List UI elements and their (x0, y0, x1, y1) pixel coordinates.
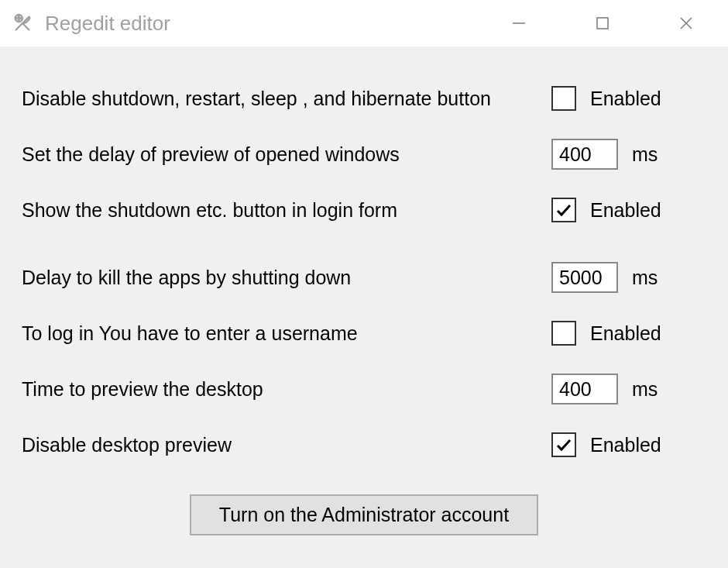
app-icon (11, 12, 34, 35)
setting-row: Time to preview the desktop ms (22, 361, 706, 417)
titlebar: Regedit editor (0, 0, 728, 47)
enabled-label: Enabled (590, 199, 661, 222)
setting-label: Disable shutdown, restart, sleep , and h… (22, 88, 551, 110)
setting-label: Disable desktop preview (22, 434, 551, 456)
minimize-icon (510, 15, 527, 32)
setting-row: Set the delay of preview of opened windo… (22, 126, 706, 182)
desktop-preview-time-input[interactable] (551, 374, 618, 404)
setting-control: Enabled (551, 198, 706, 222)
setting-row: Delay to kill the apps by shutting down … (22, 250, 706, 305)
setting-row: Disable shutdown, restart, sleep , and h… (22, 71, 706, 126)
require-username-checkbox[interactable] (551, 321, 576, 346)
window-controls (477, 0, 728, 46)
maximize-button[interactable] (561, 0, 644, 46)
minimize-button[interactable] (477, 0, 561, 46)
enabled-label: Enabled (590, 322, 661, 345)
kill-apps-delay-input[interactable] (551, 262, 618, 293)
disable-shutdown-checkbox[interactable] (551, 86, 576, 111)
app-window: Regedit editor Disable shu (0, 0, 728, 568)
unit-label: ms (632, 267, 658, 289)
window-title: Regedit editor (45, 12, 477, 36)
unit-label: ms (632, 143, 658, 166)
enabled-label: Enabled (590, 434, 661, 456)
svg-rect-2 (597, 18, 608, 29)
setting-control: Enabled (551, 321, 706, 346)
setting-label: Time to preview the desktop (22, 378, 551, 401)
disable-desktop-preview-checkbox[interactable] (551, 432, 576, 457)
check-icon (555, 201, 573, 219)
setting-row: Disable desktop preview Enabled (22, 417, 706, 473)
close-button[interactable] (644, 0, 728, 46)
setting-label: Delay to kill the apps by shutting down (22, 267, 551, 289)
enabled-label: Enabled (590, 88, 661, 110)
show-shutdown-login-checkbox[interactable] (551, 198, 576, 222)
setting-label: Set the delay of preview of opened windo… (22, 143, 551, 166)
setting-label: Show the shutdown etc. button in login f… (22, 199, 551, 222)
preview-delay-input[interactable] (551, 139, 618, 170)
setting-control: Enabled (551, 432, 706, 457)
setting-row: To log in You have to enter a username E… (22, 305, 706, 361)
maximize-icon (594, 15, 611, 32)
check-icon (555, 435, 573, 454)
setting-row: Show the shutdown etc. button in login f… (22, 182, 706, 238)
setting-control: Enabled (551, 86, 706, 111)
content-area: Disable shutdown, restart, sleep , and h… (0, 47, 728, 568)
setting-label: To log in You have to enter a username (22, 322, 551, 345)
button-row: Turn on the Administrator account (22, 494, 706, 535)
setting-control: ms (551, 262, 706, 293)
admin-account-button[interactable]: Turn on the Administrator account (190, 494, 538, 535)
unit-label: ms (632, 378, 658, 401)
setting-control: ms (551, 374, 706, 404)
close-icon (678, 15, 695, 32)
setting-control: ms (551, 139, 706, 170)
